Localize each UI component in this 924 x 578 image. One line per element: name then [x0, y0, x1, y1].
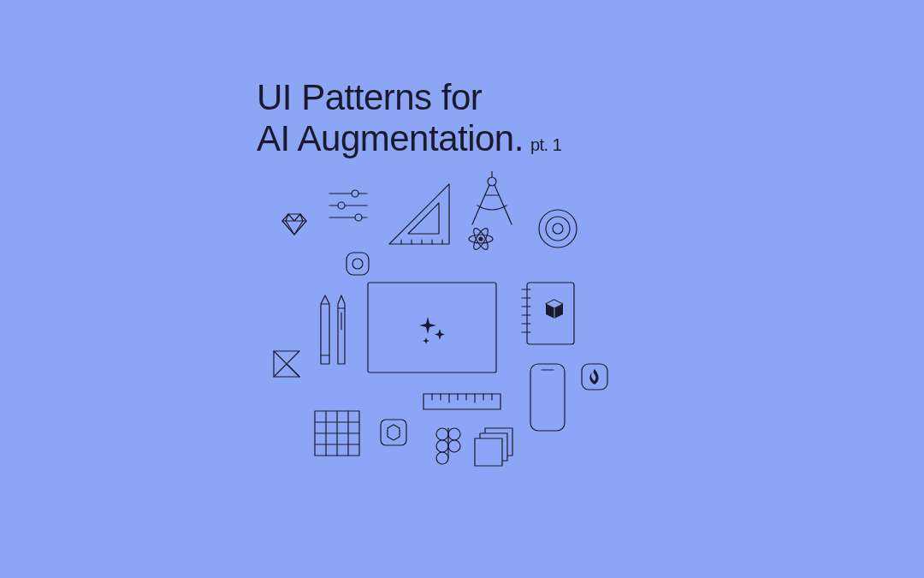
title-part: pt. 1	[530, 135, 561, 154]
pen-icon	[338, 295, 345, 364]
svg-rect-45	[381, 420, 406, 445]
svg-point-19	[479, 237, 483, 241]
svg-point-21	[546, 217, 570, 241]
hexagon-badge-icon	[381, 420, 406, 445]
svg-point-22	[553, 223, 563, 234]
svg-point-11	[488, 177, 496, 186]
target-icon	[539, 210, 577, 247]
design-tools-illustration	[257, 171, 667, 531]
svg-point-5	[355, 214, 362, 221]
svg-line-13	[475, 185, 489, 218]
phone-icon	[530, 364, 565, 431]
svg-rect-46	[424, 394, 500, 409]
svg-point-58	[448, 440, 460, 452]
diamond-icon	[282, 214, 306, 235]
svg-point-55	[436, 428, 448, 440]
figma-logo-icon	[436, 428, 460, 464]
svg-rect-29	[368, 283, 496, 372]
svg-rect-66	[582, 364, 607, 390]
svg-point-56	[448, 428, 460, 440]
ruler-icon	[424, 394, 500, 409]
svg-rect-23	[346, 253, 369, 275]
svg-line-14	[495, 185, 509, 218]
sparkles-icon	[419, 317, 445, 344]
svg-point-24	[352, 259, 363, 269]
compass-icon	[472, 171, 512, 224]
svg-point-59	[436, 452, 448, 464]
flame-badge-icon	[582, 364, 607, 390]
svg-point-57	[436, 440, 448, 452]
hero-title: UI Patterns for AI Augmentation.pt. 1	[257, 77, 561, 160]
title-line-2: AI Augmentation.pt. 1	[257, 118, 561, 159]
set-square-icon	[389, 184, 449, 244]
title-line-2-text: AI Augmentation.	[257, 118, 524, 158]
cube-icon	[546, 300, 563, 319]
sliders-icon	[329, 190, 367, 221]
pencil-icon	[321, 295, 329, 364]
svg-rect-64	[530, 364, 565, 431]
svg-point-20	[539, 210, 577, 247]
svg-rect-63	[475, 438, 502, 466]
title-line-1: UI Patterns for	[257, 77, 561, 118]
grid-icon	[315, 411, 359, 456]
svg-point-1	[352, 190, 358, 197]
stacked-squares-icon	[475, 428, 512, 466]
screen-icon	[368, 283, 496, 372]
arrow-corner-icon	[274, 351, 299, 377]
rounded-square-icon	[346, 253, 369, 275]
atom-icon	[469, 226, 493, 251]
svg-point-3	[338, 202, 345, 209]
